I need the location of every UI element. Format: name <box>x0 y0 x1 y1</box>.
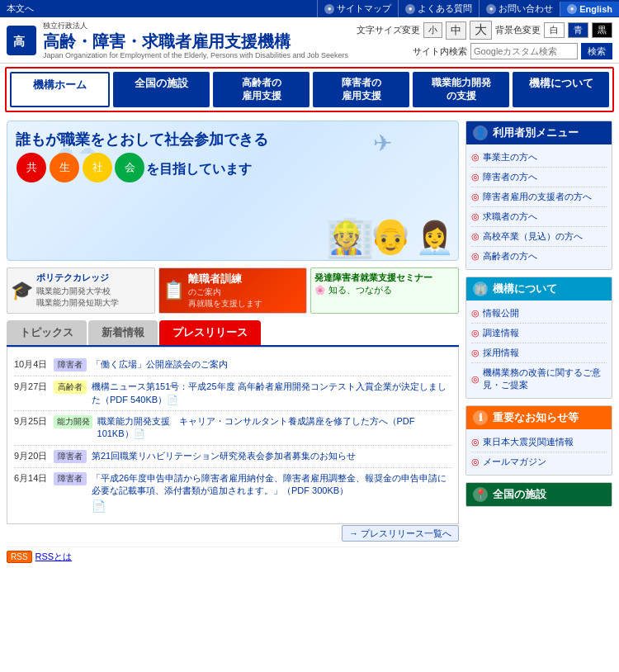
news-link[interactable]: 第21回職業リハビリテーション研究発表会参加者募集のお知らせ <box>92 450 356 462</box>
sidebar-link-item: ◎ 採用情報 <box>471 343 607 363</box>
news-link[interactable]: 「働く広場」公開座談会のご案内 <box>92 358 228 371</box>
link-employers[interactable]: 事業主の方へ <box>483 151 537 163</box>
tab-news[interactable]: 新着情報 <box>88 320 158 345</box>
arrow-icon: ◎ <box>471 231 480 242</box>
link-disabled-support[interactable]: 障害者雇用の支援者の方へ <box>483 191 592 203</box>
building-icon: 🏢 <box>324 212 376 260</box>
font-small-btn[interactable]: 小 <box>423 22 442 38</box>
header-controls: 文字サイズ変更 小 中 大 背景色変更 白 青 黒 サイト内検索 検索 <box>357 21 612 59</box>
hero-text: 誰もが職業をとおして社会参加できる 共 生 社 会 を目指しています <box>16 130 450 182</box>
font-large-btn[interactable]: 大 <box>470 21 492 40</box>
user-menu-title: 利用者別メニュー <box>493 125 579 140</box>
link-jobseekers[interactable]: 求職者の方へ <box>483 211 537 223</box>
bg-blue-btn[interactable]: 青 <box>568 22 588 38</box>
seminar-sub: 🌸 知る、つながる <box>314 284 455 296</box>
user-menu-links: ◎ 事業主の方へ ◎ 障害者の方へ ◎ 障害者雇用の支援者の方へ ◎ 求職者の方… <box>466 144 612 269</box>
news-badge-ability: 能力開発 <box>54 415 92 428</box>
about-title: 機構について <box>493 282 557 296</box>
org-type: 独立行政法人 <box>43 21 348 31</box>
tab-topics[interactable]: トピックス <box>7 320 87 345</box>
arrow-icon: ◎ <box>471 457 480 467</box>
news-link[interactable]: 職業能力開発支援 キャリア・コンサルタント養成講座を修了した方へ（PDF 101… <box>97 415 451 441</box>
arrow-icon: ◎ <box>471 251 480 262</box>
nav-skills[interactable]: 職業能力開発の支援 <box>413 72 509 107</box>
news-badge-elderly: 高齢者 <box>54 381 87 394</box>
arrow-icon: ◎ <box>471 328 480 338</box>
sitemap-link[interactable]: ● サイトマップ <box>317 0 398 17</box>
header: 高 独立行政法人 高齢・障害・求職者雇用支援機構 Japan Organizat… <box>0 17 619 64</box>
sidebar-link-item: ◎ 東日本大震災関連情報 <box>471 433 607 452</box>
arrow-icon: ◎ <box>471 172 480 182</box>
arrow-icon: ◎ <box>471 308 480 319</box>
link-info-disclosure[interactable]: 情報公開 <box>483 307 519 319</box>
news-link[interactable]: 機構ニュース第151号：平成25年度 高年齢者雇用開発コンテスト入賞企業が決定し… <box>92 381 451 406</box>
faq-link[interactable]: ● よくある質問 <box>398 0 479 17</box>
org-title: 高齢・障害・求職者雇用支援機構 <box>43 31 348 51</box>
main-content: 誰もが職業をとおして社会参加できる 共 生 社 会 を目指しています ✈ ☁ ☁… <box>0 116 619 570</box>
sidebar-important: ℹ 重要なお知らせ等 ◎ 東日本大震災関連情報 ◎ メールマガジン <box>465 405 612 476</box>
link-disabled[interactable]: 障害者の方へ <box>483 171 537 183</box>
promo-polytec[interactable]: 🎓 ポリテクカレッジ 職業能力開発大学校 職業能力開発短期大学 <box>7 267 155 314</box>
link-graduates[interactable]: 高校卒業（見込）の方へ <box>483 230 583 243</box>
hero-main-title: 誰もが職業をとおして社会参加できる <box>16 130 450 149</box>
nav-facilities[interactable]: 全国の施設 <box>113 72 210 107</box>
link-newsletter[interactable]: メールマガジン <box>483 456 546 468</box>
english-link[interactable]: ● English <box>560 2 619 17</box>
news-date: 9月27日 <box>14 381 49 393</box>
top-bar: 本文へ ● サイトマップ ● よくある質問 ● お問い合わせ ● English <box>0 0 619 17</box>
nav-about[interactable]: 機構について <box>513 72 609 107</box>
important-header: ℹ 重要なお知らせ等 <box>466 406 612 429</box>
polytec-sub1: 職業能力開発大学校 <box>36 286 119 297</box>
link-elderly-users[interactable]: 高齢者の方へ <box>483 250 537 263</box>
main-left-col: 誰もが職業をとおして社会参加できる 共 生 社 会 を目指しています ✈ ☁ ☁… <box>7 121 459 566</box>
search-input[interactable] <box>470 43 578 59</box>
news-date: 9月25日 <box>14 415 49 428</box>
link-recruitment[interactable]: 採用情報 <box>483 347 519 359</box>
link-procurement[interactable]: 調達情報 <box>483 327 519 339</box>
user-menu-header: 👤 利用者別メニュー <box>466 121 612 144</box>
news-link[interactable]: 「平成26年度申告申請から障害者雇用納付金、障害者雇用調整金、報奨金の申告申請に… <box>92 472 451 498</box>
person-3-icon: 👩‍💼 <box>415 220 454 256</box>
news-badge-disabled: 障害者 <box>54 472 87 485</box>
arrow-icon: ◎ <box>471 152 480 163</box>
training-title: 離職者訓練 <box>188 272 262 286</box>
link-improvement[interactable]: 機構業務の改善に関するご意見・ご提案 <box>483 367 607 391</box>
nav-disabled[interactable]: 障害者の雇用支援 <box>313 72 409 107</box>
news-item: 9月25日 能力開発 職業能力開発支援 キャリア・コンサルタント養成講座を修了し… <box>14 411 451 446</box>
bg-black-btn[interactable]: 黒 <box>592 22 612 38</box>
sidebar-link-item: ◎ 調達情報 <box>471 324 607 343</box>
hero-banner: 誰もが職業をとおして社会参加できる 共 生 社 会 を目指しています ✈ ☁ ☁… <box>7 121 459 261</box>
skip-to-content-link[interactable]: 本文へ <box>0 0 40 17</box>
bg-white-btn[interactable]: 白 <box>544 22 565 38</box>
sidebar: 👤 利用者別メニュー ◎ 事業主の方へ ◎ 障害者の方へ ◎ 障害者雇用の支援者… <box>465 121 612 566</box>
news-badge-disabled: 障害者 <box>54 450 87 463</box>
rss-link[interactable]: RSSとは <box>35 551 73 563</box>
font-mid-btn[interactable]: 中 <box>446 21 466 40</box>
hero-kanji-1: 共 <box>17 153 46 182</box>
arrow-icon: ◎ <box>471 192 480 202</box>
promo-training[interactable]: 📋 離職者訓練 のご案内 再就職を支援します <box>158 267 307 314</box>
arrow-icon: ◎ <box>471 374 480 385</box>
promo-seminar[interactable]: 発達障害者就業支援セミナー 🌸 知る、つながる <box>310 267 459 314</box>
news-item: 9月27日 高齢者 機構ニュース第151号：平成25年度 高年齢者雇用開発コンテ… <box>14 376 451 411</box>
contact-link[interactable]: ● お問い合わせ <box>479 0 560 17</box>
arrow-icon: ◎ <box>471 437 480 447</box>
building-icon: 🏢 <box>473 282 488 296</box>
sidebar-facilities[interactable]: 📍 全国の施設 <box>465 482 612 507</box>
org-logo: 高 <box>7 26 36 55</box>
polytec-title: ポリテクカレッジ <box>36 272 119 284</box>
user-icon: 👤 <box>473 125 488 140</box>
svg-text:高: 高 <box>13 35 25 48</box>
link-disaster[interactable]: 東日本大震災関連情報 <box>483 436 574 448</box>
nav-elderly[interactable]: 高齢者の雇用支援 <box>213 72 310 107</box>
nav-home[interactable]: 機構ホーム <box>10 72 110 107</box>
sidebar-link-item: ◎ 事業主の方へ <box>471 148 607 168</box>
hero-subtitle: を目指しています <box>146 161 252 178</box>
search-button[interactable]: 検索 <box>581 43 612 59</box>
pdf-icon: 📄 <box>92 499 451 513</box>
news-date: 9月20日 <box>14 450 49 462</box>
press-more-link[interactable]: → プレスリリース一覧へ <box>342 525 459 542</box>
hero-kanji-2: 生 <box>50 153 79 182</box>
tab-press[interactable]: プレスリリース <box>159 320 261 345</box>
sidebar-about: 🏢 機構について ◎ 情報公開 ◎ 調達情報 ◎ 採用情報 ◎ 機構 <box>465 277 612 399</box>
